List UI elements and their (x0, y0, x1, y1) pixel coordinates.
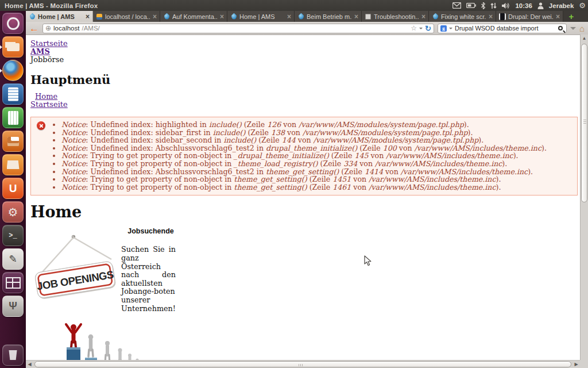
phpmyadmin-favicon-icon (96, 13, 103, 20)
search-engine-dropdown-icon[interactable] (449, 28, 452, 31)
clock[interactable]: 10:36 (515, 2, 532, 9)
tab-close-icon[interactable]: × (556, 13, 560, 20)
launcher-item-settings[interactable]: ⚙ (2, 201, 24, 223)
tab-label: localhost / loca... (105, 13, 150, 20)
google-engine-icon[interactable]: g (440, 25, 447, 32)
browser-tab[interactable]: Beim Betrieb m...× (295, 11, 362, 22)
url-path: /AMS/ (82, 25, 408, 32)
launcher-item-terminal[interactable]: >_ (2, 225, 24, 246)
error-message: Notice: Undefined index: sidebar_second … (61, 136, 547, 144)
search-input[interactable]: Drupal WSOD databse import (455, 25, 556, 32)
new-tab-button[interactable]: + (566, 11, 577, 22)
firefox-window: Home | AMS×localhost / loca...×Auf Komme… (26, 11, 588, 368)
error-message: Notice: Trying to get property of non-ob… (61, 175, 547, 183)
tab-close-icon[interactable]: × (220, 13, 224, 20)
site-top-links: StartseiteAMSJobbörse (30, 40, 580, 64)
browser-tab[interactable]: Troubleshootin...× (362, 11, 429, 22)
tab-label: Troubleshootin... (374, 13, 419, 20)
search-icon[interactable] (558, 26, 563, 30)
bookmark-star-icon[interactable]: ☆ (411, 24, 417, 32)
username-menu[interactable]: Jerabek (549, 2, 574, 9)
tab-close-icon[interactable]: × (86, 13, 90, 20)
battery-icon[interactable] (466, 3, 476, 8)
vertical-scrollbar[interactable]: ▲ (580, 34, 588, 368)
job-openings-sign-image[interactable]: JOB OPENINGS (32, 231, 119, 313)
teaser-text-column: Jobsuchende Suchen Sie in ganz Österreic… (119, 227, 176, 313)
url-dropdown-icon[interactable] (419, 28, 423, 31)
menu-link[interactable]: Startseite (30, 100, 68, 109)
site-identity-globe-icon[interactable]: ⊕ (45, 24, 51, 32)
teaser-body: Suchen Sie in ganz Österreich nach den a… (121, 246, 176, 313)
launcher-item-dash[interactable] (2, 13, 24, 34)
page-content: StartseiteAMSJobbörse Hauptmenü HomeStar… (26, 36, 580, 368)
error-message: Notice: Trying to get property of non-ob… (61, 152, 547, 160)
tab-close-icon[interactable]: × (287, 13, 291, 20)
launcher-item-files[interactable] (2, 36, 24, 57)
launcher-item-trash[interactable] (2, 344, 24, 366)
scroll-up-icon[interactable]: ▲ (581, 34, 588, 43)
menu-link[interactable]: Home (35, 92, 57, 101)
drupal-favicon-icon (432, 13, 439, 20)
scroll-right-icon[interactable]: ▶ (572, 362, 580, 367)
launcher-item-firefox[interactable] (2, 60, 24, 81)
system-tray: 10:36 Jerabek ⚙ (452, 1, 586, 10)
tab-strip: Home | AMS×localhost / loca...×Auf Komme… (26, 11, 563, 22)
desktop-top-panel: Home | AMS - Mozilla Firefox 10:36 Jerab… (0, 0, 588, 11)
tab-close-icon[interactable]: × (354, 13, 358, 20)
url-host: localhost (53, 25, 79, 32)
search-bar[interactable]: g Drupal WSOD databse import (438, 24, 567, 33)
downloads-icon[interactable] (570, 27, 576, 33)
page-title: Home (30, 203, 580, 221)
launcher-item-impress[interactable] (2, 131, 24, 152)
tab-label: Auf Kommenta... (172, 13, 218, 20)
session-gear-icon[interactable]: ⚙ (579, 1, 586, 10)
horizontal-scrollbar[interactable]: ◀ ▶ (26, 360, 580, 368)
error-message: Notice: Undefined index: highlighted in … (61, 121, 547, 129)
scroll-left-icon[interactable]: ◀ (26, 362, 33, 367)
browser-tab[interactable]: Fixing white scr...× (429, 11, 496, 22)
tab-close-icon[interactable]: × (489, 13, 493, 20)
main-menu-links: HomeStartseite (30, 93, 580, 109)
drupal-favicon-icon (163, 13, 170, 20)
tab-label: Home | AMS (239, 13, 285, 20)
back-button[interactable]: ← (29, 24, 39, 33)
volume-icon[interactable] (502, 2, 510, 9)
running-indicator-icon (0, 68, 5, 73)
launcher-item-calc[interactable] (2, 107, 24, 128)
launcher-item-gedit[interactable]: ✎ (2, 248, 24, 270)
scrollbar-corner (580, 360, 588, 368)
site-link[interactable]: AMS (30, 47, 50, 56)
tab-close-icon[interactable]: × (153, 13, 157, 20)
browser-tab[interactable]: Home | AMS× (227, 11, 295, 22)
drupal-error-messages: Notice: Undefined index: highlighted in … (30, 117, 578, 195)
reload-icon[interactable]: ↻ (425, 24, 431, 33)
launcher-item-writer[interactable] (2, 83, 24, 105)
browser-home-icon[interactable]: ⌂ (579, 24, 585, 33)
browser-tab[interactable]: Drupal: Der wei...× (496, 11, 563, 22)
darkbars-favicon-icon (499, 13, 506, 20)
user-icon[interactable] (537, 2, 544, 9)
browser-tab[interactable]: Auf Kommenta...× (160, 11, 227, 22)
url-bar[interactable]: ⊕ localhost /AMS/ ☆ ↻ (42, 24, 434, 33)
error-message: Notice: Trying to get property of non-ob… (61, 183, 547, 191)
tab-close-icon[interactable]: × (421, 13, 425, 20)
drupal-favicon-icon (230, 13, 237, 20)
teaser-heading: Jobsuchende (126, 227, 176, 235)
drupal-favicon-icon (29, 13, 36, 20)
unity-launcher: U⚙>_✎Ψ (0, 11, 26, 368)
launcher-item-software[interactable] (2, 154, 24, 175)
bluetooth-icon[interactable] (481, 2, 485, 9)
main-menu-heading: Hauptmenü (30, 72, 580, 87)
horizontal-scrollbar-thumb[interactable] (34, 361, 571, 367)
vertical-scrollbar-thumb[interactable] (581, 44, 587, 202)
launcher-item-workspaces[interactable] (2, 272, 24, 293)
mail-icon[interactable] (452, 2, 461, 9)
tab-label: Beim Betrieb m... (307, 13, 352, 20)
browser-tab[interactable]: Home | AMS× (26, 11, 93, 22)
site-link[interactable]: Startseite (30, 39, 68, 48)
network-arrows-icon[interactable] (490, 2, 497, 9)
launcher-item-usb[interactable]: Ψ (2, 296, 24, 317)
browser-tab[interactable]: localhost / loca...× (93, 11, 160, 22)
launcher-item-uone[interactable]: U (2, 178, 24, 199)
jobs-teaser: JOB OPENINGS Jobsuchende Suchen Sie in g… (32, 227, 580, 313)
